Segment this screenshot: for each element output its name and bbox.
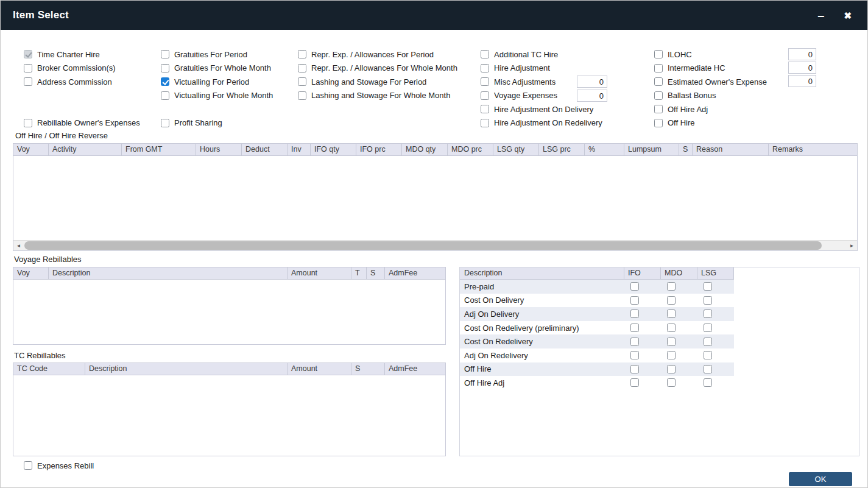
cost-on-redelivery-lsg-checkbox[interactable] <box>704 338 712 346</box>
voyage-rebillables-section-label: Voyage Rebillables <box>14 255 82 264</box>
cost-on-redelivery-mdo-checkbox[interactable] <box>667 338 676 346</box>
gratuities-for-whole-month-checkbox[interactable] <box>161 64 169 72</box>
checkbox-lashing-and-stowage-for-period[interactable]: Lashing and Stowage For Period <box>298 75 457 89</box>
expenses-rebill-checkbox[interactable] <box>24 461 32 470</box>
off-hire-checkbox[interactable] <box>654 119 663 127</box>
lashing-and-stowage-for-whole-month-checkbox[interactable] <box>298 91 306 100</box>
checkbox-broker-commissions[interactable]: Broker Commission(s) <box>24 62 140 76</box>
checkbox-additional-tc-hire[interactable]: Additional TC Hire <box>481 48 602 62</box>
gratuities-for-period-checkbox[interactable] <box>161 50 169 58</box>
off-hire-adj-lsg-checkbox[interactable] <box>704 378 712 387</box>
checkbox-time-charter-hire[interactable]: Time Charter Hire <box>24 48 140 62</box>
profit-sharing-checkbox[interactable] <box>161 119 169 127</box>
cost-table-header: Description IFO MDO LSG <box>460 267 734 280</box>
checkbox-address-commission[interactable]: Address Commission <box>24 75 140 89</box>
pre-paid-lsg-checkbox[interactable] <box>704 282 712 291</box>
adj-on-delivery-lsg-checkbox[interactable] <box>704 309 712 318</box>
broker-commissions-checkbox[interactable] <box>24 64 32 72</box>
adj-on-redelivery-mdo-checkbox[interactable] <box>667 351 676 359</box>
checkbox-hire-adjustment-on-delivery[interactable]: Hire Adjustment On Delivery <box>481 102 602 116</box>
cost-on-delivery-lsg-checkbox[interactable] <box>704 296 712 305</box>
column-header-ifo-qty: IFO qty <box>311 144 356 155</box>
checkbox-ballast-bonus[interactable]: Ballast Bonus <box>654 89 767 103</box>
column-header-mdo: MDO <box>661 267 697 279</box>
checkbox-off-hire[interactable]: Off Hire <box>654 116 767 130</box>
scroll-right-arrow-icon[interactable]: ► <box>847 241 857 250</box>
table-row-off-hire: Off Hire <box>460 362 734 377</box>
checkbox-victualling-for-whole-month[interactable]: Victualling For Whole Month <box>161 89 273 103</box>
ballast-bonus-checkbox[interactable] <box>654 91 663 100</box>
checkbox-lashing-and-stowage-for-whole-month[interactable]: Lashing and Stowage For Whole Month <box>298 89 457 103</box>
cost-on-redelivery-preliminary-mdo-checkbox[interactable] <box>667 324 676 332</box>
misc-adjustments-input[interactable] <box>577 76 607 88</box>
checkbox-repr-exp-allowances-for-period[interactable]: Repr. Exp. / Allowances For Period <box>298 48 457 62</box>
additional-tc-hire-checkbox[interactable] <box>481 50 489 58</box>
off-hire-mdo-checkbox[interactable] <box>667 365 676 373</box>
checkbox-label: Lashing and Stowage For Period <box>311 77 426 87</box>
column-header-tc-code: TC Code <box>13 363 85 375</box>
checkbox-off-hire-adj[interactable]: Off Hire Adj <box>654 102 767 116</box>
checkbox-ilohc[interactable]: ILOHC <box>654 48 767 62</box>
adj-on-redelivery-lsg-checkbox[interactable] <box>704 351 712 359</box>
address-commission-checkbox[interactable] <box>24 77 32 86</box>
repr-exp-allowances-for-whole-month-checkbox[interactable] <box>298 64 306 72</box>
item-select-dialog: Item Select – ✖ Time Charter Hire Broker… <box>0 0 868 488</box>
ilohc-input[interactable] <box>788 48 816 60</box>
scroll-left-arrow-icon[interactable]: ◄ <box>13 241 24 250</box>
column-header-reason: Reason <box>693 144 769 155</box>
cost-row-label: Pre-paid <box>460 282 624 291</box>
ilohc-checkbox[interactable] <box>654 50 663 58</box>
hire-adjustment-on-redelivery-checkbox[interactable] <box>481 119 489 127</box>
hire-adjustment-checkbox[interactable] <box>481 64 489 72</box>
estimated-owners-expense-checkbox[interactable] <box>654 77 663 86</box>
close-icon[interactable]: ✖ <box>844 11 852 20</box>
cost-on-redelivery-ifo-checkbox[interactable] <box>630 338 639 346</box>
time-charter-hire-checkbox[interactable] <box>24 50 32 58</box>
checkbox-victualling-for-period[interactable]: Victualling For Period <box>161 75 273 89</box>
hire-adjustment-on-delivery-checkbox[interactable] <box>481 105 489 113</box>
minimize-icon[interactable]: – <box>817 9 824 21</box>
adj-on-delivery-ifo-checkbox[interactable] <box>630 309 639 318</box>
intermediate-hc-checkbox[interactable] <box>654 64 663 72</box>
misc-adjustments-checkbox[interactable] <box>481 77 489 86</box>
checkbox-hire-adjustment[interactable]: Hire Adjustment <box>481 62 602 76</box>
off-hire-ifo-checkbox[interactable] <box>630 365 639 373</box>
checkbox-hire-adjustment-on-redelivery[interactable]: Hire Adjustment On Redelivery <box>481 116 602 130</box>
pre-paid-mdo-checkbox[interactable] <box>667 282 676 291</box>
adj-on-redelivery-ifo-checkbox[interactable] <box>630 351 639 359</box>
off-hire-adj-mdo-checkbox[interactable] <box>667 378 676 387</box>
column-header-t: T <box>351 267 367 279</box>
voyage-expenses-input[interactable] <box>577 90 607 102</box>
lashing-and-stowage-for-period-checkbox[interactable] <box>298 77 306 86</box>
rebillable-owners-expenses-checkbox[interactable] <box>24 119 32 127</box>
spacer <box>24 89 140 116</box>
cost-on-delivery-ifo-checkbox[interactable] <box>630 296 639 305</box>
victualling-for-whole-month-checkbox[interactable] <box>161 91 169 100</box>
scrollbar-thumb[interactable] <box>24 241 822 250</box>
table-row-cost-on-delivery: Cost On Delivery <box>460 294 734 308</box>
off-hire-lsg-checkbox[interactable] <box>704 365 712 373</box>
checkbox-estimated-owners-expense[interactable]: Estimated Owner's Expense <box>654 75 767 89</box>
checkbox-expenses-rebill[interactable]: Expenses Rebill <box>24 459 94 473</box>
cost-on-delivery-mdo-checkbox[interactable] <box>667 296 676 305</box>
intermediate-hc-input[interactable] <box>788 62 816 74</box>
cost-on-redelivery-preliminary-lsg-checkbox[interactable] <box>704 324 712 332</box>
checkbox-gratuities-for-whole-month[interactable]: Gratuities For Whole Month <box>161 62 273 76</box>
off-hire-adj-ifo-checkbox[interactable] <box>630 378 639 387</box>
checkbox-repr-exp-allowances-for-whole-month[interactable]: Repr. Exp. / Allowances For Whole Month <box>298 62 457 76</box>
checkbox-profit-sharing[interactable]: Profit Sharing <box>161 116 273 130</box>
repr-exp-allowances-for-period-checkbox[interactable] <box>298 50 306 58</box>
pre-paid-ifo-checkbox[interactable] <box>630 282 639 291</box>
adj-on-delivery-mdo-checkbox[interactable] <box>667 309 676 318</box>
column-header-description: Description <box>49 267 288 279</box>
off-hire-adj-checkbox[interactable] <box>654 105 663 113</box>
checkbox-gratuities-for-period[interactable]: Gratuities For Period <box>161 48 273 62</box>
estimated-owners-expense-input[interactable] <box>788 75 816 87</box>
checkbox-intermediate-hc[interactable]: Intermediate HC <box>654 62 767 76</box>
checkbox-rebillable-owners-expenses[interactable]: Rebillable Owner's Expenses <box>24 116 140 130</box>
cost-on-redelivery-preliminary-ifo-checkbox[interactable] <box>630 324 639 332</box>
horizontal-scrollbar[interactable]: ◄ ► <box>13 240 857 250</box>
victualling-for-period-checkbox[interactable] <box>161 77 169 86</box>
ok-button[interactable]: OK <box>789 472 852 486</box>
voyage-expenses-checkbox[interactable] <box>481 91 489 100</box>
